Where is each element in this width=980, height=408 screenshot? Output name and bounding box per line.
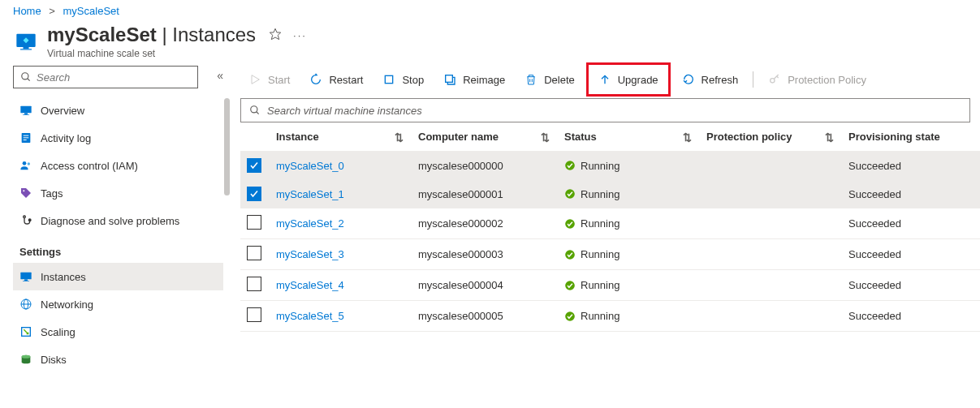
provisioning-cell: Succeeded [842,301,980,332]
monitor-icon [19,104,32,117]
col-status[interactable]: Status⇅ [558,122,700,152]
sidebar-item-tags[interactable]: Tags [13,179,223,207]
row-checkbox[interactable] [247,187,261,201]
sidebar-search-input[interactable] [37,71,191,84]
protection-cell [700,270,842,301]
svg-rect-10 [24,135,29,136]
sidebar-section-settings: Settings [13,234,223,263]
start-button[interactable]: Start [240,67,298,92]
row-checkbox[interactable] [247,277,261,291]
status-cell: Running [564,279,693,291]
svg-point-13 [23,161,27,165]
sidebar-item-label: Diagnose and solve problems [41,215,179,227]
svg-line-33 [257,112,259,114]
sidebar-item-scaling[interactable]: Scaling [13,318,223,346]
resource-type-label: Virtual machine scale set [47,48,307,59]
svg-rect-7 [24,113,28,114]
computer-name-cell: myscalese000004 [412,270,558,301]
people-icon [19,159,32,172]
sidebar-item-access-control[interactable]: Access control (IAM) [13,152,223,179]
success-icon [564,218,576,230]
instance-link[interactable]: myScaleSet_4 [276,279,344,291]
computer-name-cell: myscalese000003 [412,239,558,270]
protection-cell [700,152,842,180]
sidebar-item-label: Scaling [41,326,76,338]
refresh-button[interactable]: Refresh [674,67,747,92]
delete-button[interactable]: Delete [516,67,583,92]
svg-point-32 [251,106,257,113]
svg-rect-6 [20,106,31,114]
svg-marker-3 [270,28,280,39]
reimage-button[interactable]: Reimage [435,67,513,92]
key-icon [768,73,781,86]
sort-icon[interactable]: ⇅ [825,131,834,143]
svg-point-4 [22,73,28,79]
svg-point-15 [23,190,24,191]
provisioning-cell: Succeeded [842,208,980,239]
stop-icon [382,73,395,86]
upgrade-button[interactable]: Upgrade [590,67,667,92]
row-checkbox[interactable] [247,215,261,230]
sidebar-item-label: Disks [41,354,67,366]
sidebar-item-overview[interactable]: Overview [13,97,223,124]
col-computer[interactable]: Computer name⇅ [412,122,558,152]
col-instance[interactable]: Instance⇅ [270,122,412,152]
sort-icon[interactable]: ⇅ [683,131,692,143]
table-row[interactable]: myScaleSet_3myscalese000003RunningSuccee… [240,239,980,270]
table-row[interactable]: myScaleSet_5myscalese000005RunningSuccee… [240,301,980,332]
breadcrumb-home[interactable]: Home [13,5,41,17]
svg-rect-1 [24,47,29,49]
more-icon[interactable]: ··· [293,29,307,41]
success-icon [564,280,576,291]
table-row[interactable]: myScaleSet_0myscalese000000RunningSuccee… [240,152,980,180]
stop-button[interactable]: Stop [374,67,432,92]
collapse-sidebar-icon[interactable]: « [217,69,223,82]
protection-cell [700,239,842,270]
sidebar-search[interactable] [13,66,198,88]
instance-link[interactable]: myScaleSet_3 [276,248,344,260]
sort-icon[interactable]: ⇅ [541,131,550,143]
restart-button[interactable]: Restart [301,67,371,92]
favorite-icon[interactable] [269,28,282,43]
instance-link[interactable]: myScaleSet_0 [276,160,344,172]
row-checkbox[interactable] [247,158,261,173]
svg-point-17 [28,219,31,221]
table-row[interactable]: myScaleSet_1myscalese000001RunningSuccee… [240,180,980,208]
instance-link[interactable]: myScaleSet_5 [276,310,344,322]
sidebar-item-networking[interactable]: Networking [13,290,223,318]
protection-cell [700,208,842,239]
sidebar-item-activity-log[interactable]: Activity log [13,124,223,152]
col-protection[interactable]: Protection policy⇅ [700,122,842,152]
provisioning-cell: Succeeded [842,239,980,270]
sidebar-item-disks[interactable]: Disks [13,346,223,373]
row-checkbox[interactable] [247,246,261,260]
sidebar-item-label: Instances [41,271,86,283]
protection-policy-button[interactable]: Protection Policy [760,67,874,92]
page-header: myScaleSet | Instances ··· Virtual machi… [0,20,980,66]
breadcrumb-resource[interactable]: myScaleSet [63,5,119,17]
svg-rect-12 [24,140,27,140]
instance-link[interactable]: myScaleSet_1 [276,188,344,200]
toolbar: Start Restart Stop Reimage Delete [240,66,980,98]
col-provisioning[interactable]: Provisioning state [842,122,980,152]
status-cell: Running [564,248,693,260]
table-search[interactable]: Search virtual machine instances [240,98,970,122]
scrollbar[interactable] [224,98,230,195]
svg-point-16 [24,216,26,218]
sidebar-item-diagnose[interactable]: Diagnose and solve problems [13,207,223,234]
sidebar-item-instances[interactable]: Instances [13,263,223,290]
upgrade-highlight: Upgrade [586,62,671,97]
restart-icon [309,73,322,86]
status-cell: Running [564,310,693,322]
sort-icon[interactable]: ⇅ [395,131,404,143]
protection-cell [700,180,842,208]
scaling-icon [19,325,32,338]
resource-icon [13,28,39,54]
table-row[interactable]: myScaleSet_2myscalese000002RunningSuccee… [240,208,980,239]
col-checkbox [240,122,270,152]
instance-link[interactable]: myScaleSet_2 [276,217,344,230]
table-row[interactable]: myScaleSet_4myscalese000004RunningSuccee… [240,270,980,301]
row-checkbox[interactable] [247,307,261,322]
provisioning-cell: Succeeded [842,180,980,208]
svg-point-31 [771,79,775,83]
